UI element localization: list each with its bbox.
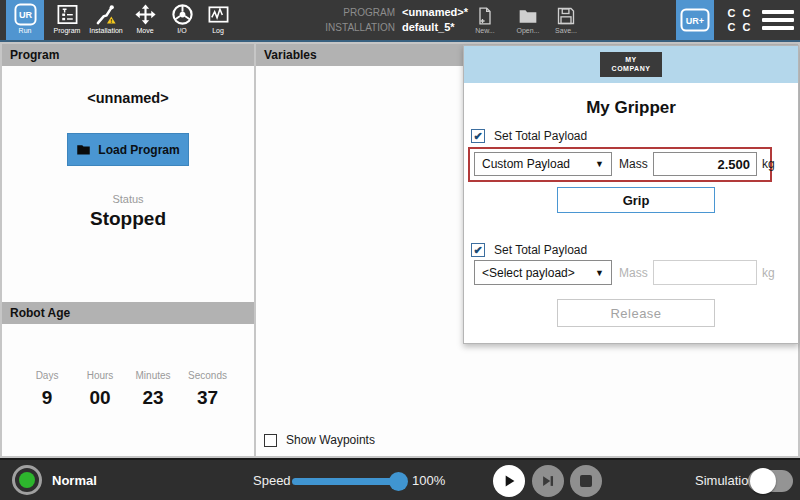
grip-set-payload-label: Set Total Payload xyxy=(494,129,587,143)
robot-state-label: Normal xyxy=(52,473,97,488)
tab-run[interactable]: UR Run xyxy=(6,0,44,40)
new-program-button[interactable]: New... xyxy=(465,6,505,34)
move-arrows-icon xyxy=(134,3,157,26)
open-label: Open... xyxy=(517,27,540,34)
cc-letter: C xyxy=(739,7,754,21)
robot-age-counters: Days 9 Hours 00 Minutes 23 Seconds 37 xyxy=(2,370,254,409)
tab-label: Run xyxy=(19,27,32,34)
green-status-icon xyxy=(19,472,35,488)
polyscope-screen: UR Run Program ! Installation xyxy=(0,0,800,500)
load-program-button[interactable]: Load Program xyxy=(67,133,189,166)
stop-icon xyxy=(580,475,592,487)
folder-icon xyxy=(76,142,91,157)
tab-label: Move xyxy=(136,27,153,34)
installation-name-value: default_5* xyxy=(402,20,455,35)
release-payload-row: ✔ Set Total Payload xyxy=(471,243,587,257)
company-header-band: MY COMPANY xyxy=(464,46,798,83)
footer-bar: Normal Speed 100% Simulation xyxy=(0,458,800,500)
release-payload-dropdown[interactable]: <Select payload> ▼ xyxy=(474,260,612,285)
ur-logo-icon: UR xyxy=(14,3,37,26)
new-label: New... xyxy=(475,27,494,34)
load-program-label: Load Program xyxy=(98,143,179,157)
svg-text:!: ! xyxy=(110,17,112,24)
chevron-down-icon: ▼ xyxy=(595,159,604,169)
tab-log[interactable]: Log xyxy=(199,0,237,40)
grip-unit-label: kg xyxy=(762,157,775,171)
release-button[interactable]: Release xyxy=(557,299,715,327)
grip-mass-input[interactable] xyxy=(653,152,757,176)
play-button[interactable] xyxy=(493,465,525,497)
check-icon: ✔ xyxy=(473,245,482,256)
gripper-popup: MY COMPANY My Gripper ✔ Set Total Payloa… xyxy=(463,45,799,344)
status-value: Stopped xyxy=(2,208,254,230)
tab-program[interactable]: Program xyxy=(48,0,86,40)
tab-label: Program xyxy=(54,27,81,34)
chevron-down-icon: ▼ xyxy=(595,268,604,278)
program-panel: Program <unnamed> Load Program Status St… xyxy=(2,44,254,456)
save-label: Save... xyxy=(555,27,577,34)
robot-arm-warning-icon: ! xyxy=(95,3,118,26)
top-nav-bar: UR Run Program ! Installation xyxy=(0,0,800,42)
hamburger-menu-icon[interactable] xyxy=(762,10,794,34)
file-info: PROGRAM <unnamed>* INSTALLATION default_… xyxy=(300,5,468,35)
tab-installation[interactable]: ! Installation xyxy=(87,0,125,40)
program-label: PROGRAM xyxy=(300,5,395,20)
program-name-value: <unnamed>* xyxy=(402,5,468,20)
save-floppy-icon xyxy=(556,6,576,26)
play-icon xyxy=(499,471,519,491)
save-program-button[interactable]: Save... xyxy=(546,6,586,34)
age-seconds: Seconds 37 xyxy=(188,370,227,409)
svg-text:UR+: UR+ xyxy=(686,16,704,26)
stop-button[interactable] xyxy=(570,465,602,497)
urplus-badge[interactable]: UR+ xyxy=(676,0,714,40)
age-days: Days 9 xyxy=(29,370,65,409)
io-wheel-icon xyxy=(171,3,194,26)
grip-payload-row: ✔ Set Total Payload xyxy=(471,129,587,143)
cc-grid-icon[interactable]: C C C C xyxy=(724,7,754,35)
tab-io[interactable]: I/O xyxy=(163,0,201,40)
urplus-icon: UR+ xyxy=(680,8,710,32)
cc-letter: C xyxy=(724,7,739,21)
release-set-payload-checkbox[interactable]: ✔ xyxy=(471,243,485,257)
cc-letter: C xyxy=(739,21,754,35)
robot-age-title: Robot Age xyxy=(2,302,254,324)
open-folder-icon xyxy=(518,6,538,26)
grip-payload-dropdown[interactable]: Custom Payload ▼ xyxy=(474,152,612,176)
step-button[interactable] xyxy=(532,465,564,497)
simulation-label: Simulation xyxy=(695,473,756,488)
check-icon: ✔ xyxy=(473,131,482,142)
grip-button[interactable]: Grip xyxy=(557,187,715,213)
tab-label: Installation xyxy=(89,27,122,34)
release-set-payload-label: Set Total Payload xyxy=(494,243,587,257)
installation-label: INSTALLATION xyxy=(300,20,395,35)
program-panel-title: Program xyxy=(2,44,254,66)
company-logo: MY COMPANY xyxy=(600,52,663,77)
program-name: <unnamed> xyxy=(2,90,254,106)
speed-label: Speed xyxy=(253,473,291,488)
speed-slider-knob[interactable] xyxy=(389,472,408,491)
speed-slider[interactable] xyxy=(292,478,404,485)
speed-value: 100% xyxy=(412,473,445,488)
simulation-toggle-knob[interactable] xyxy=(750,468,776,494)
open-program-button[interactable]: Open... xyxy=(508,6,548,34)
age-minutes: Minutes 23 xyxy=(135,370,171,409)
show-waypoints-checkbox[interactable] xyxy=(264,434,277,447)
grip-set-payload-checkbox[interactable]: ✔ xyxy=(471,129,485,143)
robot-status-light xyxy=(12,465,42,495)
grip-mass-label: Mass xyxy=(619,157,648,171)
step-forward-icon xyxy=(539,472,557,490)
age-hours: Hours 00 xyxy=(82,370,118,409)
program-tree-icon xyxy=(56,3,79,26)
new-document-icon xyxy=(475,6,495,26)
show-waypoints-row: Show Waypoints xyxy=(264,433,375,447)
tab-move[interactable]: Move xyxy=(126,0,164,40)
svg-text:UR: UR xyxy=(18,10,32,20)
show-waypoints-label: Show Waypoints xyxy=(286,433,375,447)
release-unit-label: kg xyxy=(762,266,775,280)
cc-letter: C xyxy=(724,21,739,35)
tab-label: Log xyxy=(212,27,224,34)
release-mass-label: Mass xyxy=(619,266,648,280)
tab-label: I/O xyxy=(177,27,186,34)
status-label: Status xyxy=(2,193,254,205)
release-mass-input[interactable] xyxy=(653,260,757,285)
